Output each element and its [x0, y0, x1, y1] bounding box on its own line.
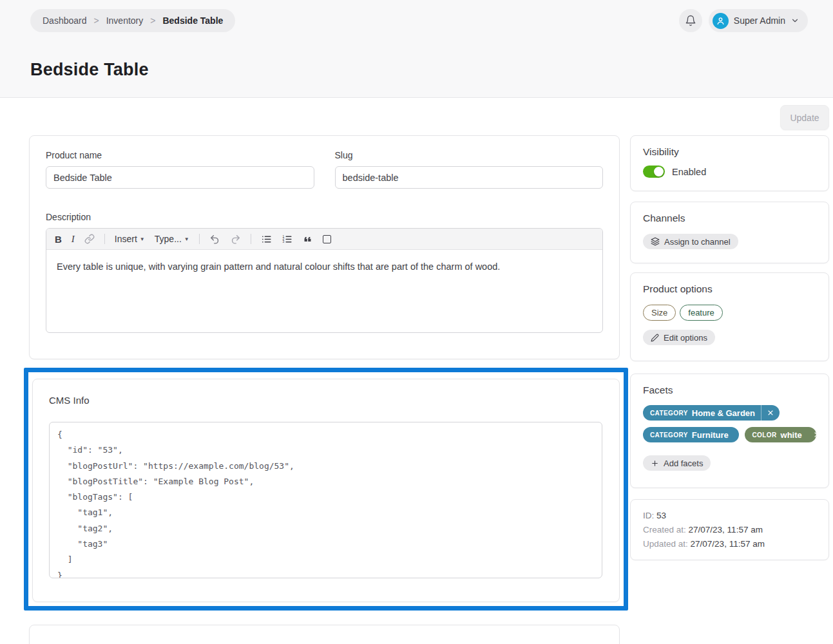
link-icon — [84, 234, 95, 244]
description-label: Description — [46, 212, 603, 222]
facet-value-label: Home & Garden — [688, 408, 761, 418]
ordered-list-button[interactable]: 1 2 3 — [282, 234, 292, 245]
chevron-right-icon: > — [94, 15, 99, 26]
product-name-input[interactable] — [46, 166, 314, 189]
page-title: Bedside Table — [30, 60, 149, 80]
chevron-down-icon — [790, 16, 799, 25]
undo-icon — [209, 234, 220, 245]
visibility-card: Visibility Enabled — [630, 135, 829, 191]
ordered-list-icon: 1 2 3 — [282, 234, 292, 245]
description-content[interactable]: Every table is unique, with varying grai… — [46, 250, 602, 332]
svg-text:3: 3 — [282, 240, 284, 243]
square-icon — [323, 235, 331, 243]
chevron-right-icon: > — [150, 15, 155, 26]
visibility-title: Visibility — [643, 146, 816, 158]
created-at-label: Created at: — [643, 525, 686, 535]
facet-chip-home-garden: CATEGORY Home & Garden — [643, 405, 780, 421]
created-at-value: 27/07/23, 11:57 am — [689, 525, 763, 535]
breadcrumb-dashboard[interactable]: Dashboard — [43, 15, 87, 26]
slug-input[interactable] — [335, 166, 604, 189]
undo-button[interactable] — [209, 234, 220, 245]
toolbar-divider — [104, 234, 105, 244]
updated-at-label: Updated at: — [643, 539, 688, 549]
visibility-state-label: Enabled — [672, 167, 706, 177]
user-menu[interactable]: Super Admin — [709, 9, 808, 32]
caret-down-icon: ▼ — [184, 236, 189, 242]
visibility-toggle[interactable] — [643, 166, 665, 178]
blockquote-button[interactable] — [302, 234, 313, 245]
layers-icon — [651, 237, 660, 246]
close-icon — [767, 409, 774, 417]
avatar — [713, 13, 729, 29]
remove-facet-button[interactable] — [734, 431, 740, 439]
header-actions: Super Admin — [679, 9, 808, 32]
update-button[interactable]: Update — [780, 105, 829, 130]
slug-field-group: Slug — [335, 150, 604, 189]
bell-icon — [685, 15, 696, 26]
bullet-list-icon — [261, 234, 272, 245]
channels-title: Channels — [643, 213, 816, 224]
pencil-icon — [651, 334, 659, 342]
editor-toolbar: B I Insert ▼ Type... — [46, 229, 602, 250]
option-chip-size: Size — [643, 305, 676, 321]
toggle-knob — [654, 167, 664, 176]
toolbar-divider — [199, 234, 200, 244]
header-band: Dashboard > Inventory > Bedside Table — [0, 0, 833, 98]
user-name: Super Admin — [734, 15, 785, 26]
caret-down-icon: ▼ — [140, 236, 145, 242]
slug-label: Slug — [335, 150, 604, 160]
type-menu-button[interactable]: Type... ▼ — [155, 234, 189, 244]
insert-block-button[interactable] — [323, 235, 331, 243]
meta-id-line: ID: 53 — [643, 509, 816, 523]
plus-icon — [651, 459, 659, 468]
blockquote-icon — [302, 234, 313, 245]
bullet-list-button[interactable] — [261, 234, 272, 245]
user-icon — [716, 16, 725, 26]
close-icon — [813, 431, 816, 439]
next-section-card — [29, 625, 620, 644]
facet-group-label: CATEGORY — [643, 431, 688, 439]
edit-options-label: Edit options — [664, 333, 707, 343]
facets-card: Facets CATEGORY Home & Garden CATEGORY F… — [630, 374, 829, 488]
italic-button[interactable]: I — [72, 234, 75, 245]
option-chip-feature: feature — [680, 305, 722, 321]
cms-info-title: CMS Info — [49, 395, 602, 406]
remove-facet-button[interactable] — [808, 431, 816, 439]
link-button[interactable] — [84, 234, 95, 244]
cms-info-highlight-box: CMS Info { "id": "53", "blogPostUrl": "h… — [24, 368, 628, 611]
meta-updated-line: Updated at: 27/07/23, 11:57 am — [643, 537, 816, 551]
entity-meta-card: ID: 53 Created at: 27/07/23, 11:57 am Up… — [630, 499, 829, 560]
breadcrumb-current-page: Bedside Table — [162, 15, 223, 26]
product-options-card: Product options Size feature Edit option… — [630, 272, 829, 361]
product-options-title: Product options — [643, 283, 816, 295]
redo-button[interactable] — [230, 234, 241, 245]
product-name-label: Product name — [46, 150, 314, 160]
meta-created-line: Created at: 27/07/23, 11:57 am — [643, 523, 816, 537]
remove-facet-button[interactable] — [761, 409, 780, 417]
facets-title: Facets — [643, 384, 816, 396]
cms-info-json-textarea[interactable]: { "id": "53", "blogPostUrl": "https://ex… — [49, 422, 602, 578]
add-facets-button[interactable]: Add facets — [643, 455, 711, 471]
edit-options-button[interactable]: Edit options — [643, 330, 715, 345]
insert-menu-button[interactable]: Insert ▼ — [115, 234, 145, 244]
toolbar-divider — [251, 234, 251, 244]
description-field-group: Description B I Insert ▼ — [46, 212, 603, 333]
facet-chip-furniture: CATEGORY Furniture — [643, 427, 739, 442]
insert-menu-label: Insert — [115, 234, 137, 244]
notifications-button[interactable] — [679, 9, 702, 32]
redo-icon — [230, 234, 241, 245]
facet-value-label: white — [777, 430, 808, 440]
assign-to-channel-label: Assign to channel — [664, 237, 731, 247]
breadcrumb-inventory[interactable]: Inventory — [106, 15, 144, 26]
channels-card: Channels Assign to channel — [630, 202, 829, 263]
product-detail-card: Product name Slug Description B I — [29, 135, 620, 359]
type-menu-label: Type... — [155, 234, 182, 244]
facet-chip-white: COLOR white — [745, 427, 816, 442]
assign-to-channel-button[interactable]: Assign to channel — [643, 234, 738, 249]
product-name-field-group: Product name — [46, 150, 314, 189]
add-facets-label: Add facets — [664, 459, 703, 468]
bold-button[interactable]: B — [55, 234, 62, 245]
cms-info-card: CMS Info { "id": "53", "blogPostUrl": "h… — [32, 379, 620, 602]
breadcrumb: Dashboard > Inventory > Bedside Table — [30, 9, 235, 32]
facet-value-label: Furniture — [688, 430, 734, 440]
